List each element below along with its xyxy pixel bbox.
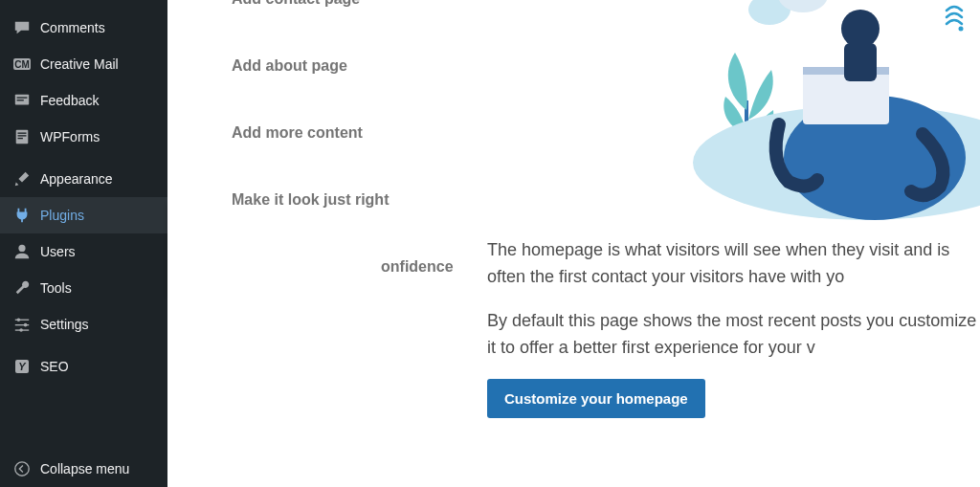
sidebar-label: Settings — [40, 317, 89, 332]
svg-point-22 — [841, 10, 880, 48]
svg-point-7 — [18, 245, 25, 252]
svg-rect-5 — [18, 135, 27, 136]
homepage-p2: By default this page shows the most rece… — [487, 308, 980, 362]
sidebar-item-plugins[interactable]: Plugins — [0, 197, 167, 233]
sidebar-label: Appearance — [40, 171, 113, 187]
homepage-p1: The homepage is what visitors will see w… — [487, 237, 980, 291]
svg-point-13 — [19, 328, 23, 332]
sidebar-label: WPForms — [40, 129, 100, 144]
person-illustration — [655, 0, 980, 220]
task-make-right[interactable]: Make it look just right — [206, 176, 512, 243]
svg-rect-3 — [16, 130, 29, 144]
svg-point-9 — [17, 318, 21, 321]
sidebar-item-tools[interactable]: Tools — [0, 270, 167, 306]
admin-sidebar: Comments CM Creative Mail Feedback WPFor… — [0, 0, 167, 487]
wpforms-icon — [13, 128, 31, 145]
sidebar-item-creative-mail[interactable]: CM Creative Mail — [0, 46, 167, 82]
sliders-icon — [13, 316, 31, 333]
sidebar-item-wpforms[interactable]: WPForms — [0, 119, 167, 155]
comment-icon — [13, 19, 31, 36]
creativemail-icon: CM — [13, 55, 31, 73]
sidebar-item-seo[interactable]: Y SEO — [0, 348, 167, 385]
feedback-icon — [13, 92, 31, 109]
svg-point-14 — [15, 462, 29, 476]
sidebar-item-appearance[interactable]: Appearance — [0, 161, 167, 197]
sidebar-label: Tools — [40, 280, 72, 296]
task-list: Add contact page Add about page Add more… — [206, 0, 512, 310]
sidebar-label: Feedback — [40, 93, 99, 108]
sidebar-item-settings[interactable]: Settings — [0, 306, 167, 343]
svg-rect-6 — [18, 138, 23, 139]
user-icon — [13, 243, 31, 260]
collapse-menu[interactable]: Collapse menu — [0, 451, 167, 487]
wrench-icon — [13, 279, 31, 297]
svg-rect-2 — [17, 100, 24, 100]
svg-point-11 — [24, 323, 28, 327]
svg-point-26 — [959, 27, 964, 32]
brush-icon — [13, 170, 31, 188]
main-content: Add contact page Add about page Add more… — [167, 0, 980, 487]
sidebar-label: Plugins — [40, 208, 84, 223]
svg-rect-1 — [17, 97, 28, 98]
task-add-contact[interactable]: Add contact page — [206, 0, 512, 42]
collapse-icon — [13, 460, 31, 477]
svg-rect-0 — [15, 95, 29, 105]
sidebar-label: SEO — [40, 359, 69, 374]
sidebar-item-users[interactable]: Users — [0, 233, 167, 270]
sidebar-item-feedback[interactable]: Feedback — [0, 82, 167, 119]
svg-rect-4 — [18, 133, 27, 134]
task-confidence[interactable]: onfidence — [206, 243, 512, 310]
yoast-icon: Y — [13, 358, 31, 375]
sidebar-label: Creative Mail — [40, 56, 119, 72]
customize-homepage-button[interactable]: Customize your homepage — [487, 379, 705, 418]
sidebar-label: Users — [40, 244, 76, 259]
sidebar-label: Comments — [40, 20, 105, 35]
task-add-about[interactable]: Add about page — [206, 42, 512, 109]
plug-icon — [13, 207, 31, 224]
task-add-content[interactable]: Add more content — [206, 109, 512, 176]
sidebar-label: Collapse menu — [40, 461, 129, 476]
sidebar-item-comments[interactable]: Comments — [0, 10, 167, 46]
svg-rect-23 — [844, 43, 877, 81]
homepage-text: The homepage is what visitors will see w… — [487, 237, 980, 418]
